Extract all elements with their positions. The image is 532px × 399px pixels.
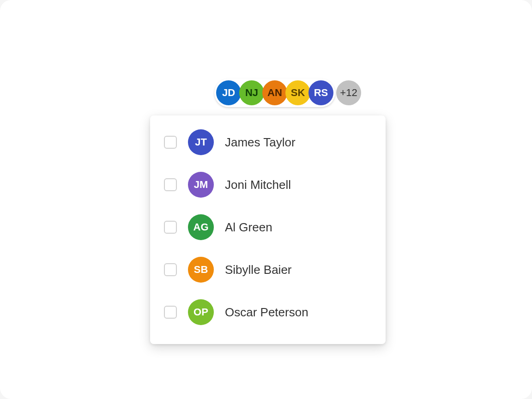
- checkbox[interactable]: [164, 178, 177, 191]
- avatar-stack: JD NJ AN SK RS: [214, 79, 335, 107]
- list-item[interactable]: JT James Taylor: [150, 121, 386, 163]
- avatar: AG: [188, 214, 214, 240]
- list-item[interactable]: AG Al Green: [150, 206, 386, 248]
- person-name: James Taylor: [225, 135, 296, 150]
- checkbox[interactable]: [164, 136, 177, 149]
- avatar-overflow-button[interactable]: +12: [336, 80, 361, 105]
- people-popover: JT James Taylor JM Joni Mitchell AG Al G…: [150, 115, 386, 344]
- person-name: Sibylle Baier: [225, 263, 292, 277]
- avatar: SB: [188, 257, 214, 283]
- list-item[interactable]: OP Oscar Peterson: [150, 291, 386, 333]
- avatar[interactable]: RS: [308, 80, 333, 105]
- avatar: JT: [188, 129, 214, 155]
- checkbox[interactable]: [164, 306, 177, 319]
- list-item[interactable]: SB Sibylle Baier: [150, 248, 386, 291]
- person-name: Oscar Peterson: [225, 305, 308, 320]
- people-scroll[interactable]: JT James Taylor JM Joni Mitchell AG Al G…: [150, 115, 386, 344]
- checkbox[interactable]: [164, 221, 177, 234]
- person-name: Al Green: [225, 220, 272, 235]
- person-name: Joni Mitchell: [225, 178, 291, 192]
- avatar-group[interactable]: JD NJ AN SK RS +12: [214, 79, 361, 107]
- list-item[interactable]: JM Joni Mitchell: [150, 163, 386, 206]
- checkbox[interactable]: [164, 263, 177, 276]
- avatar[interactable]: SK: [285, 80, 310, 105]
- avatar[interactable]: AN: [262, 80, 287, 105]
- avatar: JM: [188, 172, 214, 198]
- avatar[interactable]: JD: [216, 80, 241, 105]
- avatar[interactable]: NJ: [239, 80, 264, 105]
- avatar: OP: [188, 299, 214, 325]
